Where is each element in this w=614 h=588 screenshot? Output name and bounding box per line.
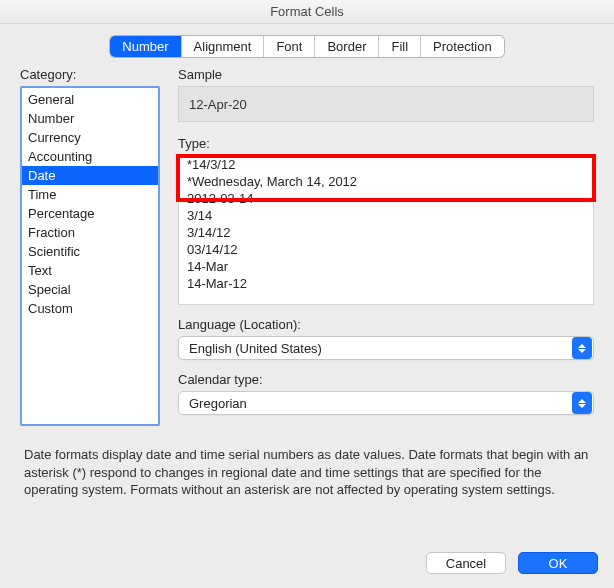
calendar-value: Gregorian: [189, 396, 247, 411]
ok-button[interactable]: OK: [518, 552, 598, 574]
calendar-label: Calendar type:: [178, 372, 594, 387]
type-label: Type:: [178, 136, 594, 151]
category-item-fraction[interactable]: Fraction: [22, 223, 158, 242]
category-item-text[interactable]: Text: [22, 261, 158, 280]
tab-alignment[interactable]: Alignment: [182, 36, 265, 57]
type-item[interactable]: 14-Mar-12: [179, 275, 593, 292]
type-list[interactable]: *14/3/12 *Wednesday, March 14, 2012 2012…: [178, 155, 594, 305]
language-label: Language (Location):: [178, 317, 594, 332]
tab-protection[interactable]: Protection: [421, 36, 504, 57]
category-item-time[interactable]: Time: [22, 185, 158, 204]
format-description: Date formats display date and time seria…: [20, 426, 594, 515]
sample-value: 12-Apr-20: [189, 97, 247, 112]
category-item-special[interactable]: Special: [22, 280, 158, 299]
dialog-footer: Cancel OK: [0, 552, 614, 588]
title-bar: Format Cells: [0, 0, 614, 24]
category-item-percentage[interactable]: Percentage: [22, 204, 158, 223]
tab-fill[interactable]: Fill: [379, 36, 421, 57]
tab-border[interactable]: Border: [315, 36, 379, 57]
category-item-date[interactable]: Date: [22, 166, 158, 185]
sample-box: 12-Apr-20: [178, 86, 594, 122]
type-item[interactable]: 2012-03-14: [179, 190, 593, 207]
category-item-currency[interactable]: Currency: [22, 128, 158, 147]
type-item[interactable]: 3/14/12: [179, 224, 593, 241]
category-list[interactable]: General Number Currency Accounting Date …: [20, 86, 160, 426]
tab-strip: Number Alignment Font Border Fill Protec…: [110, 36, 503, 57]
category-item-custom[interactable]: Custom: [22, 299, 158, 318]
format-cells-dialog: Format Cells Number Alignment Font Borde…: [0, 0, 614, 588]
category-item-accounting[interactable]: Accounting: [22, 147, 158, 166]
language-value: English (United States): [189, 341, 322, 356]
type-item[interactable]: *14/3/12: [179, 156, 593, 173]
window-title: Format Cells: [270, 4, 344, 19]
type-item[interactable]: 03/14/12: [179, 241, 593, 258]
category-item-number[interactable]: Number: [22, 109, 158, 128]
tab-font[interactable]: Font: [264, 36, 315, 57]
tab-number[interactable]: Number: [110, 36, 181, 57]
updown-icon: [572, 392, 592, 414]
type-item[interactable]: 14-Mar: [179, 258, 593, 275]
sample-label: Sample: [178, 67, 594, 82]
updown-icon: [572, 337, 592, 359]
type-item[interactable]: *Wednesday, March 14, 2012: [179, 173, 593, 190]
tab-bar: Number Alignment Font Border Fill Protec…: [0, 24, 614, 67]
category-label: Category:: [20, 67, 160, 82]
language-select[interactable]: English (United States): [178, 336, 594, 360]
type-item[interactable]: 3/14: [179, 207, 593, 224]
cancel-button[interactable]: Cancel: [426, 552, 506, 574]
category-item-general[interactable]: General: [22, 90, 158, 109]
calendar-select[interactable]: Gregorian: [178, 391, 594, 415]
category-item-scientific[interactable]: Scientific: [22, 242, 158, 261]
